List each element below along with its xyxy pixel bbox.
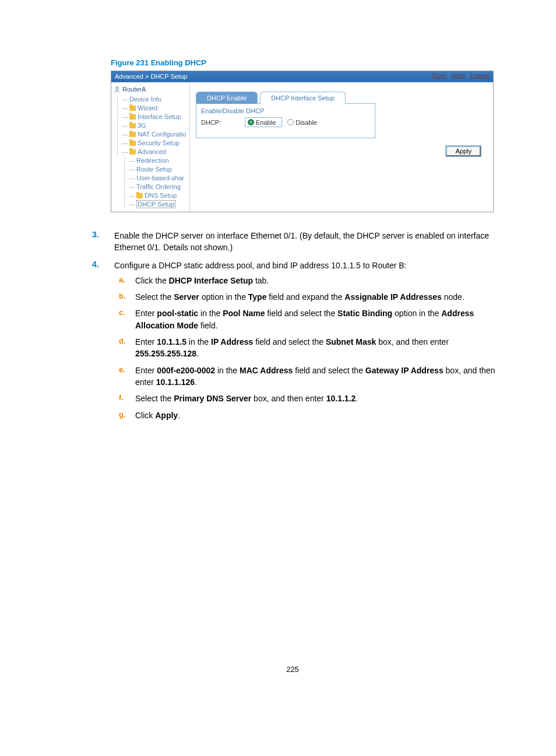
tab-dhcp-interface-setup[interactable]: DHCP Interface Setup bbox=[260, 92, 346, 104]
nav-item-dns-setup[interactable]: —DNS Setup bbox=[121, 191, 189, 200]
step-number: 3. bbox=[87, 230, 114, 254]
folder-icon bbox=[129, 141, 136, 146]
dhcp-disable-input[interactable] bbox=[287, 119, 294, 125]
page-number: 225 bbox=[87, 665, 498, 674]
nav-root-label: RouterA bbox=[122, 86, 146, 93]
nav-item-3g[interactable]: —3G bbox=[114, 121, 189, 130]
substep-e: e. Enter 000f-e200-0002 in the MAC Addre… bbox=[114, 365, 498, 388]
apply-button[interactable]: Apply bbox=[446, 146, 481, 156]
dhcp-enable-panel: Enable/Disable DHCP DHCP: Enable Disable bbox=[196, 103, 375, 138]
step-3: 3. Enable the DHCP server on interface E… bbox=[87, 230, 498, 254]
logout-link[interactable]: Logout bbox=[470, 72, 490, 79]
step-4: 4. Configure a DHCP static address pool,… bbox=[87, 260, 498, 426]
substep-a: a. Click the DHCP Interface Setup tab. bbox=[114, 275, 498, 286]
breadcrumb: Advanced > DHCP Setup bbox=[115, 73, 187, 80]
dhcp-label: DHCP: bbox=[201, 119, 245, 126]
dhcp-enable-label: Enable bbox=[256, 119, 276, 126]
nav-item-interface-setup[interactable]: —Interface Setup bbox=[114, 112, 189, 121]
substep-c: c. Enter pool-static in the Pool Name fi… bbox=[114, 307, 498, 331]
help-link[interactable]: Help bbox=[452, 72, 465, 79]
nav-item-route-setup[interactable]: —Route Setup bbox=[121, 164, 189, 173]
nav-item-traffic-ordering[interactable]: —Traffic Ordering bbox=[121, 182, 189, 191]
step-number: 4. bbox=[87, 260, 114, 426]
nav-item-redirection[interactable]: —Redirection bbox=[121, 156, 189, 164]
dhcp-enable-input[interactable] bbox=[248, 119, 254, 125]
top-links: Save | Help | Logout bbox=[432, 71, 490, 80]
folder-icon bbox=[129, 132, 136, 137]
nav-item-dhcp-setup[interactable]: —DHCP Setup bbox=[121, 200, 189, 208]
screenshot-window: Advanced > DHCP Setup Save | Help | Logo… bbox=[111, 71, 494, 212]
dhcp-enable-radio[interactable]: Enable bbox=[245, 117, 282, 127]
svg-point-0 bbox=[116, 87, 118, 89]
step-text: Enable the DHCP server on interface Ethe… bbox=[114, 230, 498, 254]
nav-item-security[interactable]: —Security Setup bbox=[114, 138, 189, 147]
nav-item-advanced[interactable]: —Advanced bbox=[114, 147, 189, 156]
panel-legend: Enable/Disable DHCP bbox=[201, 107, 370, 114]
substep-letter: b. bbox=[114, 291, 135, 303]
nav-item-device-info[interactable]: —Device Info bbox=[114, 94, 189, 103]
folder-icon bbox=[136, 193, 143, 198]
dhcp-disable-label: Disable bbox=[295, 119, 317, 126]
step-text: Configure a DHCP static address pool, an… bbox=[114, 260, 498, 271]
main-panel: DHCP Enable DHCP Interface Setup Enable/… bbox=[190, 82, 493, 212]
substep-letter: a. bbox=[114, 275, 135, 286]
folder-icon bbox=[129, 114, 136, 120]
substep-b: b. Select the Server option in the Type … bbox=[114, 291, 498, 303]
substep-letter: g. bbox=[114, 410, 135, 421]
user-icon bbox=[114, 86, 121, 93]
substep-letter: e. bbox=[114, 365, 135, 388]
substep-g: g. Click Apply. bbox=[114, 410, 498, 421]
substep-f: f. Select the Primary DNS Server box, an… bbox=[114, 393, 498, 404]
nav-root[interactable]: RouterA bbox=[114, 86, 189, 93]
folder-icon bbox=[129, 123, 136, 128]
substep-letter: f. bbox=[114, 393, 135, 404]
substep-d: d. Enter 10.1.1.5 in the IP Address fiel… bbox=[114, 336, 498, 360]
nav-sidebar: RouterA —Device Info —Wizard —Interface … bbox=[111, 82, 190, 212]
breadcrumb-bar: Advanced > DHCP Setup Save | Help | Logo… bbox=[111, 71, 493, 82]
substep-letter: d. bbox=[114, 336, 135, 360]
tab-dhcp-enable[interactable]: DHCP Enable bbox=[196, 92, 258, 104]
dhcp-disable-radio[interactable]: Disable bbox=[287, 118, 317, 126]
figure-title: Figure 231 Enabling DHCP bbox=[111, 58, 498, 67]
folder-icon bbox=[129, 106, 136, 111]
folder-icon bbox=[129, 149, 136, 155]
nav-item-wizard[interactable]: —Wizard bbox=[114, 103, 189, 112]
substep-letter: c. bbox=[114, 307, 135, 331]
nav-item-nat[interactable]: —NAT Configuratio bbox=[114, 130, 189, 138]
save-link[interactable]: Save bbox=[432, 72, 446, 79]
nav-item-user-based-shar[interactable]: —User-based-shar bbox=[121, 173, 189, 182]
